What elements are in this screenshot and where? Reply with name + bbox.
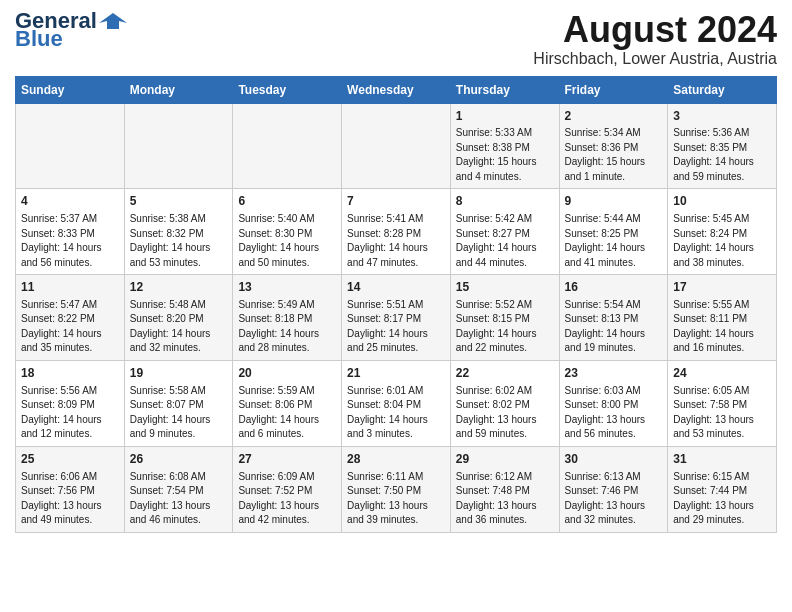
calendar-cell: 22Sunrise: 6:02 AM Sunset: 8:02 PM Dayli… [450,360,559,446]
date-number: 28 [347,451,445,468]
cell-details: Sunrise: 5:37 AM Sunset: 8:33 PM Dayligh… [21,212,119,270]
cell-details: Sunrise: 5:49 AM Sunset: 8:18 PM Dayligh… [238,298,336,356]
cell-details: Sunrise: 5:52 AM Sunset: 8:15 PM Dayligh… [456,298,554,356]
calendar-table: SundayMondayTuesdayWednesdayThursdayFrid… [15,76,777,533]
calendar-subtitle: Hirschbach, Lower Austria, Austria [533,50,777,68]
calendar-cell: 8Sunrise: 5:42 AM Sunset: 8:27 PM Daylig… [450,189,559,275]
calendar-cell: 25Sunrise: 6:06 AM Sunset: 7:56 PM Dayli… [16,446,125,532]
date-number: 11 [21,279,119,296]
date-number: 3 [673,108,771,125]
logo: General Blue [15,10,127,50]
date-number: 27 [238,451,336,468]
cell-details: Sunrise: 5:42 AM Sunset: 8:27 PM Dayligh… [456,212,554,270]
title-block: August 2024 Hirschbach, Lower Austria, A… [533,10,777,68]
calendar-cell: 17Sunrise: 5:55 AM Sunset: 8:11 PM Dayli… [668,275,777,361]
date-number: 4 [21,193,119,210]
cell-details: Sunrise: 6:15 AM Sunset: 7:44 PM Dayligh… [673,470,771,528]
cell-details: Sunrise: 5:55 AM Sunset: 8:11 PM Dayligh… [673,298,771,356]
calendar-cell: 3Sunrise: 5:36 AM Sunset: 8:35 PM Daylig… [668,103,777,189]
week-row-5: 25Sunrise: 6:06 AM Sunset: 7:56 PM Dayli… [16,446,777,532]
week-row-1: 1Sunrise: 5:33 AM Sunset: 8:38 PM Daylig… [16,103,777,189]
date-number: 30 [565,451,663,468]
calendar-cell: 7Sunrise: 5:41 AM Sunset: 8:28 PM Daylig… [342,189,451,275]
calendar-cell: 10Sunrise: 5:45 AM Sunset: 8:24 PM Dayli… [668,189,777,275]
cell-details: Sunrise: 6:13 AM Sunset: 7:46 PM Dayligh… [565,470,663,528]
calendar-cell: 9Sunrise: 5:44 AM Sunset: 8:25 PM Daylig… [559,189,668,275]
cell-details: Sunrise: 6:08 AM Sunset: 7:54 PM Dayligh… [130,470,228,528]
date-number: 15 [456,279,554,296]
date-number: 25 [21,451,119,468]
cell-details: Sunrise: 5:59 AM Sunset: 8:06 PM Dayligh… [238,384,336,442]
date-number: 13 [238,279,336,296]
calendar-cell: 11Sunrise: 5:47 AM Sunset: 8:22 PM Dayli… [16,275,125,361]
calendar-cell: 16Sunrise: 5:54 AM Sunset: 8:13 PM Dayli… [559,275,668,361]
date-number: 19 [130,365,228,382]
cell-details: Sunrise: 6:12 AM Sunset: 7:48 PM Dayligh… [456,470,554,528]
calendar-cell: 14Sunrise: 5:51 AM Sunset: 8:17 PM Dayli… [342,275,451,361]
calendar-cell: 6Sunrise: 5:40 AM Sunset: 8:30 PM Daylig… [233,189,342,275]
cell-details: Sunrise: 5:45 AM Sunset: 8:24 PM Dayligh… [673,212,771,270]
date-number: 16 [565,279,663,296]
header-tuesday: Tuesday [233,76,342,103]
calendar-cell [124,103,233,189]
cell-details: Sunrise: 5:36 AM Sunset: 8:35 PM Dayligh… [673,126,771,184]
week-row-3: 11Sunrise: 5:47 AM Sunset: 8:22 PM Dayli… [16,275,777,361]
logo-bird-icon [99,11,127,31]
calendar-cell: 18Sunrise: 5:56 AM Sunset: 8:09 PM Dayli… [16,360,125,446]
cell-details: Sunrise: 5:56 AM Sunset: 8:09 PM Dayligh… [21,384,119,442]
date-number: 6 [238,193,336,210]
date-number: 17 [673,279,771,296]
header-thursday: Thursday [450,76,559,103]
calendar-cell: 4Sunrise: 5:37 AM Sunset: 8:33 PM Daylig… [16,189,125,275]
calendar-cell: 1Sunrise: 5:33 AM Sunset: 8:38 PM Daylig… [450,103,559,189]
date-number: 21 [347,365,445,382]
calendar-cell: 2Sunrise: 5:34 AM Sunset: 8:36 PM Daylig… [559,103,668,189]
date-number: 9 [565,193,663,210]
date-number: 8 [456,193,554,210]
calendar-cell [233,103,342,189]
page-header: General Blue August 2024 Hirschbach, Low… [15,10,777,68]
calendar-cell: 12Sunrise: 5:48 AM Sunset: 8:20 PM Dayli… [124,275,233,361]
header-sunday: Sunday [16,76,125,103]
calendar-cell: 28Sunrise: 6:11 AM Sunset: 7:50 PM Dayli… [342,446,451,532]
calendar-cell: 31Sunrise: 6:15 AM Sunset: 7:44 PM Dayli… [668,446,777,532]
cell-details: Sunrise: 5:47 AM Sunset: 8:22 PM Dayligh… [21,298,119,356]
cell-details: Sunrise: 6:09 AM Sunset: 7:52 PM Dayligh… [238,470,336,528]
date-number: 10 [673,193,771,210]
calendar-cell: 30Sunrise: 6:13 AM Sunset: 7:46 PM Dayli… [559,446,668,532]
calendar-cell: 13Sunrise: 5:49 AM Sunset: 8:18 PM Dayli… [233,275,342,361]
calendar-cell: 26Sunrise: 6:08 AM Sunset: 7:54 PM Dayli… [124,446,233,532]
date-number: 18 [21,365,119,382]
date-number: 23 [565,365,663,382]
cell-details: Sunrise: 5:41 AM Sunset: 8:28 PM Dayligh… [347,212,445,270]
header-saturday: Saturday [668,76,777,103]
calendar-cell: 21Sunrise: 6:01 AM Sunset: 8:04 PM Dayli… [342,360,451,446]
date-number: 12 [130,279,228,296]
date-number: 29 [456,451,554,468]
header-monday: Monday [124,76,233,103]
cell-details: Sunrise: 6:03 AM Sunset: 8:00 PM Dayligh… [565,384,663,442]
cell-details: Sunrise: 5:33 AM Sunset: 8:38 PM Dayligh… [456,126,554,184]
header-wednesday: Wednesday [342,76,451,103]
svg-marker-0 [99,13,127,29]
calendar-cell: 27Sunrise: 6:09 AM Sunset: 7:52 PM Dayli… [233,446,342,532]
cell-details: Sunrise: 5:48 AM Sunset: 8:20 PM Dayligh… [130,298,228,356]
calendar-cell: 15Sunrise: 5:52 AM Sunset: 8:15 PM Dayli… [450,275,559,361]
calendar-cell: 19Sunrise: 5:58 AM Sunset: 8:07 PM Dayli… [124,360,233,446]
date-number: 24 [673,365,771,382]
cell-details: Sunrise: 5:44 AM Sunset: 8:25 PM Dayligh… [565,212,663,270]
calendar-cell [16,103,125,189]
cell-details: Sunrise: 5:58 AM Sunset: 8:07 PM Dayligh… [130,384,228,442]
calendar-header-row: SundayMondayTuesdayWednesdayThursdayFrid… [16,76,777,103]
date-number: 1 [456,108,554,125]
date-number: 31 [673,451,771,468]
date-number: 5 [130,193,228,210]
cell-details: Sunrise: 5:34 AM Sunset: 8:36 PM Dayligh… [565,126,663,184]
calendar-cell: 5Sunrise: 5:38 AM Sunset: 8:32 PM Daylig… [124,189,233,275]
cell-details: Sunrise: 5:38 AM Sunset: 8:32 PM Dayligh… [130,212,228,270]
date-number: 2 [565,108,663,125]
date-number: 26 [130,451,228,468]
cell-details: Sunrise: 5:51 AM Sunset: 8:17 PM Dayligh… [347,298,445,356]
calendar-cell: 24Sunrise: 6:05 AM Sunset: 7:58 PM Dayli… [668,360,777,446]
cell-details: Sunrise: 5:40 AM Sunset: 8:30 PM Dayligh… [238,212,336,270]
